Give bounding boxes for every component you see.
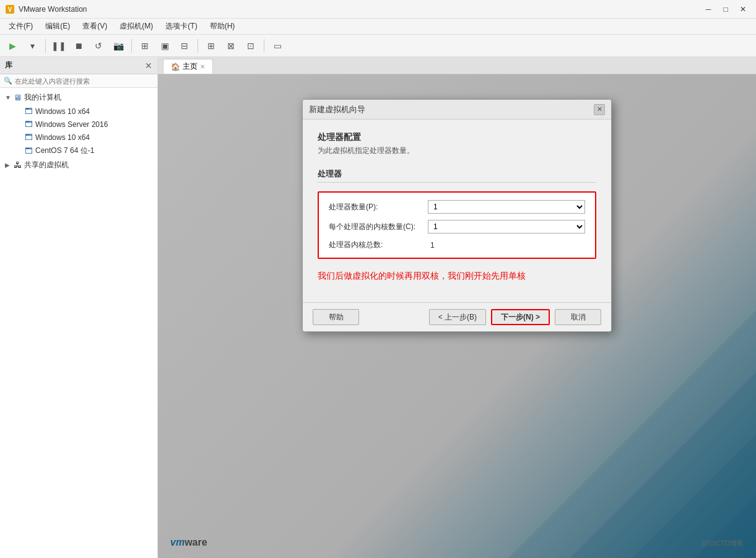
extra-button[interactable]: ▭	[269, 37, 286, 54]
window-controls: ─ □ ✕	[700, 2, 751, 16]
modal-overlay: 新建虚拟机向导 ✕ 处理器配置 为此虚拟机指定处理器数量。 处理器 处理器数量(…	[158, 74, 756, 558]
dialog-section-title: 处理器配置	[318, 132, 596, 143]
menu-file[interactable]: 文件(F)	[2, 19, 39, 34]
content-area: 🏠 主页 ✕ WORKSTATION 14 PRO™ + 创建新的虚拟机	[158, 57, 756, 558]
sidebar-item-win10-2[interactable]: 🗔 Windows 10 x64	[0, 131, 157, 144]
main-layout: 库 ✕ 🔍 ▼ 🖥 我的计算机 🗔 Windows 10 x64	[0, 57, 756, 558]
dialog-section-subtitle: 为此虚拟机指定处理器数量。	[318, 146, 596, 156]
sidebar-close-button[interactable]: ✕	[145, 61, 152, 71]
menu-edit[interactable]: 编辑(E)	[39, 19, 76, 34]
expand-icon: ▼	[5, 94, 12, 101]
total-cores-value: 1	[428, 241, 437, 250]
sidebar: 库 ✕ 🔍 ▼ 🖥 我的计算机 🗔 Windows 10 x64	[0, 57, 158, 558]
tab-home-label: 主页	[183, 61, 198, 72]
sidebar-item-centos[interactable]: 🗔 CentOS 7 64 位-1	[0, 144, 157, 158]
menu-help[interactable]: 帮助(H)	[204, 19, 241, 34]
view-button-1[interactable]: ⊞	[136, 37, 154, 54]
home-icon: 🏠	[171, 63, 180, 71]
title-bar: V VMware Workstation ─ □ ✕	[0, 0, 756, 19]
sidebar-item-label-win10-2: Windows 10 x64	[35, 133, 90, 142]
back-button[interactable]: < 上一步(B)	[429, 309, 486, 325]
sidebar-item-label-winserver2016: Windows Server 2016	[35, 120, 108, 129]
dropdown-button[interactable]: ▾	[24, 37, 41, 54]
menu-view[interactable]: 查看(V)	[76, 19, 113, 34]
annotation-text: 我们后做虚拟化的时候再用双核，我们刚开始先用单核	[318, 269, 596, 282]
minimize-button[interactable]: ─	[700, 2, 716, 16]
tab-close-button[interactable]: ✕	[200, 63, 205, 70]
vm-icon-4: 🗔	[25, 146, 33, 155]
cores-per-processor-select[interactable]: 1 2 4	[428, 220, 585, 233]
sidebar-item-label-my-computer: 我的计算机	[24, 92, 61, 103]
sidebar-header: 库 ✕	[0, 57, 157, 74]
maximize-button[interactable]: □	[718, 2, 734, 16]
home-page: WORKSTATION 14 PRO™ + 创建新的虚拟机	[158, 74, 756, 558]
sidebar-item-shared-vms[interactable]: ▶ 🖧 共享的虚拟机	[0, 158, 157, 172]
sidebar-item-label-win10-1: Windows 10 x64	[35, 107, 90, 116]
toolbar-separator-2	[131, 39, 132, 53]
dialog-title: 新建虚拟机向导	[309, 104, 594, 115]
vm-icon-2: 🗔	[25, 120, 33, 129]
menu-vm[interactable]: 虚拟机(M)	[113, 19, 159, 34]
svg-text:V: V	[8, 6, 12, 13]
new-vm-wizard-dialog: 新建虚拟机向导 ✕ 处理器配置 为此虚拟机指定处理器数量。 处理器 处理器数量(…	[302, 99, 612, 332]
total-cores-row: 处理器内核总数: 1	[329, 240, 585, 250]
sidebar-title: 库	[5, 60, 12, 71]
computer-icon: 🖥	[14, 93, 22, 102]
shared-icon: 🖧	[14, 160, 22, 170]
dialog-body: 处理器配置 为此虚拟机指定处理器数量。 处理器 处理器数量(P): 1	[303, 120, 611, 302]
expand-icon-shared: ▶	[5, 162, 12, 168]
app-title: VMware Workstation	[19, 5, 700, 14]
search-input[interactable]	[15, 77, 154, 85]
total-cores-label: 处理器内核总数:	[329, 240, 428, 250]
menu-bar: 文件(F) 编辑(E) 查看(V) 虚拟机(M) 选项卡(T) 帮助(H)	[0, 19, 756, 35]
help-button[interactable]: 帮助	[313, 309, 359, 325]
dialog-close-button[interactable]: ✕	[594, 104, 605, 115]
toolbar-separator-1	[45, 39, 46, 53]
sidebar-item-my-computer[interactable]: ▼ 🖥 我的计算机	[0, 90, 157, 105]
cancel-button[interactable]: 取消	[555, 309, 601, 325]
cores-per-processor-control: 1 2 4	[428, 220, 585, 233]
network-button-2[interactable]: ⊠	[222, 37, 240, 54]
cores-per-processor-label: 每个处理器的内核数量(C):	[329, 222, 428, 232]
vm-icon-1: 🗔	[25, 107, 33, 116]
sidebar-item-win10-1[interactable]: 🗔 Windows 10 x64	[0, 105, 157, 118]
close-button[interactable]: ✕	[735, 2, 751, 16]
next-button[interactable]: 下一步(N) >	[491, 309, 550, 325]
total-cores-value-wrap: 1	[428, 241, 585, 250]
view-button-2[interactable]: ▣	[156, 37, 173, 54]
toolbar-separator-4	[264, 39, 264, 53]
pause-button[interactable]: ❚❚	[50, 37, 67, 54]
network-button-3[interactable]: ⊡	[242, 37, 259, 54]
view-button-3[interactable]: ⊟	[176, 37, 193, 54]
app-icon: V	[5, 4, 15, 14]
vm-icon-3: 🗔	[25, 133, 33, 142]
dialog-footer: 帮助 < 上一步(B) 下一步(N) > 取消	[303, 302, 611, 331]
cores-per-processor-row: 每个处理器的内核数量(C): 1 2 4	[329, 220, 585, 233]
reset-button[interactable]: ↺	[90, 37, 107, 54]
sidebar-tree: ▼ 🖥 我的计算机 🗔 Windows 10 x64 🗔 Windows Ser…	[0, 88, 157, 558]
dialog-titlebar: 新建虚拟机向导 ✕	[303, 100, 611, 120]
stop-button[interactable]: ⏹	[70, 37, 87, 54]
processor-count-control: 1 2 4	[428, 200, 585, 214]
processor-count-row: 处理器数量(P): 1 2 4	[329, 200, 585, 214]
tab-home[interactable]: 🏠 主页 ✕	[163, 59, 213, 74]
toolbar: ▶ ▾ ❚❚ ⏹ ↺ 📷 ⊞ ▣ ⊟ ⊞ ⊠ ⊡ ▭	[0, 35, 756, 57]
processor-config-box: 处理器数量(P): 1 2 4	[318, 191, 596, 259]
play-button[interactable]: ▶	[4, 37, 21, 54]
search-icon: 🔍	[4, 77, 12, 85]
sidebar-search-bar: 🔍	[0, 74, 157, 88]
dialog-group-title: 处理器	[318, 168, 596, 183]
processor-count-label: 处理器数量(P):	[329, 202, 428, 212]
snapshot-button[interactable]: 📷	[110, 37, 127, 54]
sidebar-item-label-shared: 共享的虚拟机	[24, 160, 69, 170]
network-button-1[interactable]: ⊞	[202, 37, 220, 54]
sidebar-item-winserver2016[interactable]: 🗔 Windows Server 2016	[0, 118, 157, 131]
sidebar-item-label-centos: CentOS 7 64 位-1	[35, 146, 94, 156]
processor-count-select[interactable]: 1 2 4	[428, 200, 585, 214]
tab-bar: 🏠 主页 ✕	[158, 57, 756, 74]
toolbar-separator-3	[198, 39, 198, 53]
menu-tab[interactable]: 选项卡(T)	[159, 19, 203, 34]
